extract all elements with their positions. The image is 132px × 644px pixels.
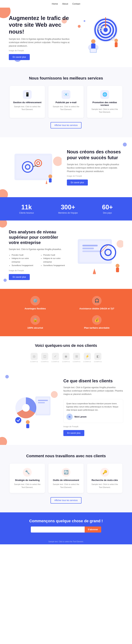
how-section: Comment nous travaillons avec nos client… [0, 445, 132, 512]
hero-body: Sample text. Click to Egestas egestas fr… [9, 38, 70, 48]
how-title: Recherche de mots-clés [90, 479, 119, 482]
service-title: Gestion du référencement [13, 101, 42, 104]
logo-label: COMPAS [94, 361, 102, 362]
how-body: Sample text. Click to select the Text El… [52, 483, 80, 489]
about-illustration [9, 146, 62, 188]
svg-rect-9 [91, 44, 95, 49]
how-grid: 🔧 Stratégie de marketing Sample text. Cl… [7, 464, 125, 493]
analysis-list-item: Prendre l'outil [43, 253, 69, 257]
how-icon-0: 🔧 [23, 468, 32, 477]
svg-rect-27 [49, 178, 52, 182]
about-image-credit: Image de Freepik [67, 175, 123, 177]
logo-label: COMPAS [73, 361, 80, 362]
hero-cta-button[interactable]: En savoir plus [9, 54, 30, 60]
svg-point-37 [116, 264, 120, 268]
cta-email-input[interactable] [31, 526, 85, 532]
svg-point-18 [78, 25, 81, 28]
svg-rect-33 [82, 248, 94, 249]
deco-analysis-1 [0, 220, 7, 228]
cta-heading: Commençons quelque chose de grand ! [7, 519, 125, 523]
analysis-section: Des analyses de niveau supérieur pour co… [0, 220, 132, 289]
deco-analysis-2 [3, 278, 7, 282]
service-card: 🌐 Promotion des médias sociaux Sample te… [87, 86, 122, 118]
feature-icon-2: 🔒 [30, 315, 40, 325]
nav-link[interactable]: About [62, 2, 68, 5]
how-card: 🔑 Recherche de mots-clés Sample text. Cl… [87, 464, 122, 493]
feature-title: Plan tarifaire abordable [69, 326, 125, 329]
stat-item: 300+ Membres de l'équipe [58, 204, 78, 214]
cta-form: S'abonner [31, 526, 101, 532]
feature-item: 🔒 100% sécurisé [7, 315, 63, 329]
stat-number: 60+ [102, 204, 113, 211]
service-card: 📱 Gestion du référencement Sample text. … [10, 86, 45, 118]
analysis-content: Des analyses de niveau supérieur pour co… [9, 229, 69, 280]
hero-illustration [70, 16, 123, 59]
svg-rect-11 [90, 49, 96, 52]
svg-marker-39 [93, 268, 96, 273]
service-body: Sample text. Click to select the Text El… [52, 105, 80, 111]
svg-rect-38 [116, 268, 119, 272]
svg-point-51 [51, 391, 58, 398]
testimonial-quote: Quam lacus suspendisse faucibus interdum… [66, 402, 120, 412]
stat-number: 11k [19, 204, 34, 211]
svg-point-17 [112, 38, 113, 40]
deco-about-2 [123, 142, 127, 146]
testimonial-content: Ce que disent les clients Sample text. C… [63, 378, 123, 436]
service-icon-1: 📧 [62, 90, 70, 99]
svg-rect-47 [38, 402, 45, 403]
logo-item: ◎ COMPAS [30, 353, 38, 362]
deco-about-1 [0, 189, 8, 197]
logo-item: ⊞ COMPAS [73, 353, 80, 362]
svg-marker-29 [46, 180, 48, 184]
testimonial-heading: Ce que disent les clients [63, 378, 123, 384]
feature-title: Assistance dédiée 24h/24 et 7j/7 [69, 307, 125, 310]
testimonial-cta-button[interactable]: En savoir plus [63, 430, 84, 436]
svg-rect-34 [82, 250, 101, 252]
cta-subscribe-button[interactable]: S'abonner [85, 526, 101, 532]
hero-svg [70, 16, 123, 58]
services-grid: 📱 Gestion du référencement Sample text. … [7, 86, 125, 118]
svg-point-48 [26, 420, 30, 424]
svg-point-15 [99, 27, 101, 29]
how-body: Sample text. Click to select the Text El… [90, 483, 119, 489]
services-all-button[interactable]: Afficher tous les services [51, 122, 82, 128]
analysis-cta-button[interactable]: En savoir plus [9, 274, 30, 280]
analysis-svg [74, 234, 123, 275]
testimonial-card: Quam lacus suspendisse faucibus interdum… [63, 399, 123, 423]
clients-section: Voici quelques-uns de nos clients ◎ COMP… [0, 336, 132, 370]
analysis-list-item: Prendre l'outil [12, 253, 37, 257]
svg-point-43 [22, 404, 30, 412]
stat-label: Clients heureux [19, 212, 34, 214]
hero-content: Augmentez le trafic de votre site Web av… [9, 15, 70, 60]
about-body: Sample text. Click to Egestas egestas fr… [67, 163, 123, 173]
feature-item: 💰 Plan tarifaire abordable [69, 315, 125, 329]
stat-number: 300+ [58, 204, 78, 211]
how-card: 🔧 Stratégie de marketing Sample text. Cl… [10, 464, 45, 493]
about-content: Nous créons des choses pour votre succès… [67, 149, 123, 186]
about-cta-button[interactable]: En savoir plus [67, 180, 88, 186]
service-icon-0: 📱 [23, 90, 32, 99]
hero-section: Augmentez le trafic de votre site Web av… [0, 8, 132, 67]
svg-point-12 [114, 39, 118, 42]
logos-row: ◎ COMPAS ◫ COMPAS ✓ COMPAS ◉ COMPAS ⊞ CO… [7, 353, 125, 362]
testimonial-section: Ce que disent les clients Sample text. C… [0, 370, 132, 445]
logo-label: COMPAS [83, 361, 91, 362]
logo-item: ✓ COMPAS [51, 353, 59, 362]
stat-label: Des pays [102, 212, 113, 214]
svg-point-26 [48, 174, 52, 178]
how-all-button[interactable]: Afficher tous les services [51, 497, 82, 504]
analysis-list-item: Surveillons l'engagement [43, 264, 69, 267]
logo-item: ⚡ COMPAS [83, 353, 91, 362]
service-icon-2: 🌐 [100, 90, 109, 99]
feature-icon-1: 🎧 [92, 296, 102, 306]
feature-icon-0: ⚙️ [30, 296, 40, 306]
nav-link[interactable]: Contact [72, 2, 80, 5]
svg-rect-46 [38, 400, 48, 401]
logo-item: ◉ COMPAS [62, 353, 70, 362]
logo-icon-2: ✓ [52, 353, 59, 360]
nav-link[interactable]: Home [52, 2, 58, 5]
svg-point-41 [117, 240, 123, 248]
analysis-lists: Prendre l'outilIntégrez-le sur votre ent… [9, 253, 69, 267]
service-body: Sample text. Click to select the Text El… [13, 105, 42, 111]
footer-note: Sample text. Click to select the Text El… [0, 539, 132, 544]
